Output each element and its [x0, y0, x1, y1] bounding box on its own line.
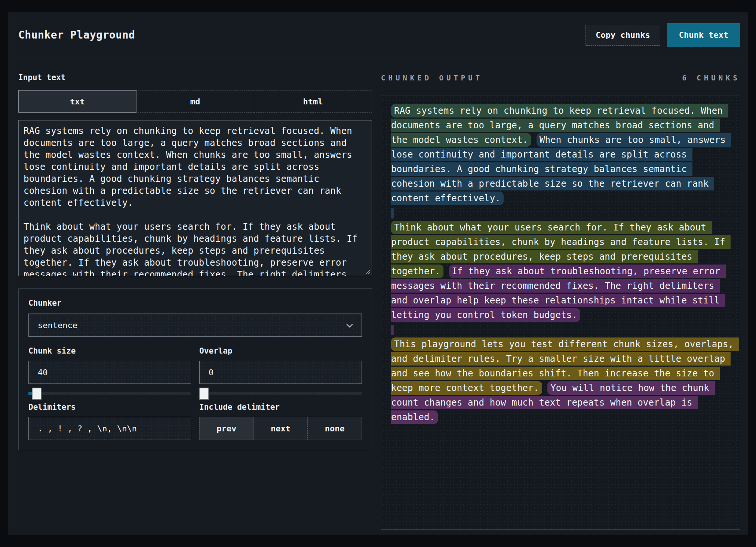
include-delimiter-next[interactable]: next — [253, 417, 308, 440]
chunked-output-box: RAG systems rely on chunking to keep ret… — [381, 95, 740, 530]
copy-chunks-button[interactable]: Copy chunks — [586, 25, 660, 46]
delimiters-label: Delimiters — [28, 403, 191, 412]
format-tabs: txt md html — [18, 90, 372, 113]
output-paragraph: RAG systems rely on chunking to keep ret… — [391, 104, 735, 206]
chunk-size-label: Chunk size — [28, 346, 191, 355]
tab-html[interactable]: html — [254, 90, 372, 113]
page-title: Chunker Playground — [18, 29, 135, 41]
chunk-size-value: 40 — [38, 368, 48, 377]
app-card: Chunker Playground Copy chunks Chunk tex… — [8, 12, 748, 535]
overlap-slider[interactable] — [199, 388, 362, 400]
chunk-size-slider-track[interactable] — [28, 392, 191, 395]
chunk-text-button[interactable]: Chunk text — [667, 23, 740, 47]
chevron-down-icon — [347, 321, 353, 328]
output-paragraph: This playground lets you test different … — [391, 337, 735, 425]
output-column: CHUNKED OUTPUT 6 CHUNKS RAG systems rely… — [381, 73, 740, 530]
input-text-label: Input text — [18, 73, 372, 82]
overlap-slider-thumb[interactable] — [199, 388, 209, 400]
include-delimiter-group: prev next none — [199, 417, 362, 440]
tab-md[interactable]: md — [136, 90, 254, 113]
newline-sliver — [391, 325, 394, 335]
resize-handle-icon[interactable] — [365, 269, 370, 274]
chunker-select[interactable]: sentence — [28, 314, 362, 337]
include-delimiter-none[interactable]: none — [307, 417, 362, 440]
chunk-size-slider[interactable] — [28, 388, 191, 400]
include-delimiter-prev[interactable]: prev — [199, 417, 254, 440]
overlap-input[interactable]: 0 — [199, 361, 362, 384]
chunk-size-input[interactable]: 40 — [28, 361, 191, 384]
chunker-label: Chunker — [28, 299, 362, 308]
input-textarea[interactable]: RAG systems rely on chunking to keep ret… — [18, 120, 372, 276]
delimiters-value: . , ! , ? , \n, \n\n — [38, 424, 137, 433]
tab-txt[interactable]: txt — [18, 90, 136, 113]
chunker-settings-panel: Chunker sentence Chunk size 40 — [18, 288, 372, 450]
chunker-selected-value: sentence — [38, 321, 77, 330]
delimiters-input[interactable]: . , ! , ? , \n, \n\n — [28, 417, 191, 440]
include-delimiter-label: Include delimiter — [199, 403, 362, 412]
output-paragraph: Think about what your users search for. … — [391, 220, 735, 323]
header-bar: Chunker Playground Copy chunks Chunk tex… — [18, 12, 740, 58]
overlap-value: 0 — [209, 368, 213, 377]
overlap-slider-track[interactable] — [199, 392, 362, 395]
overlap-label: Overlap — [199, 346, 362, 355]
chunked-output-heading: CHUNKED OUTPUT — [381, 74, 483, 82]
chunk-size-slider-thumb[interactable] — [32, 388, 42, 400]
input-column: Input text txt md html RAG systems rely … — [18, 73, 372, 530]
newline-sliver — [391, 208, 394, 219]
chunk-count-badge: 6 CHUNKS — [682, 74, 740, 82]
